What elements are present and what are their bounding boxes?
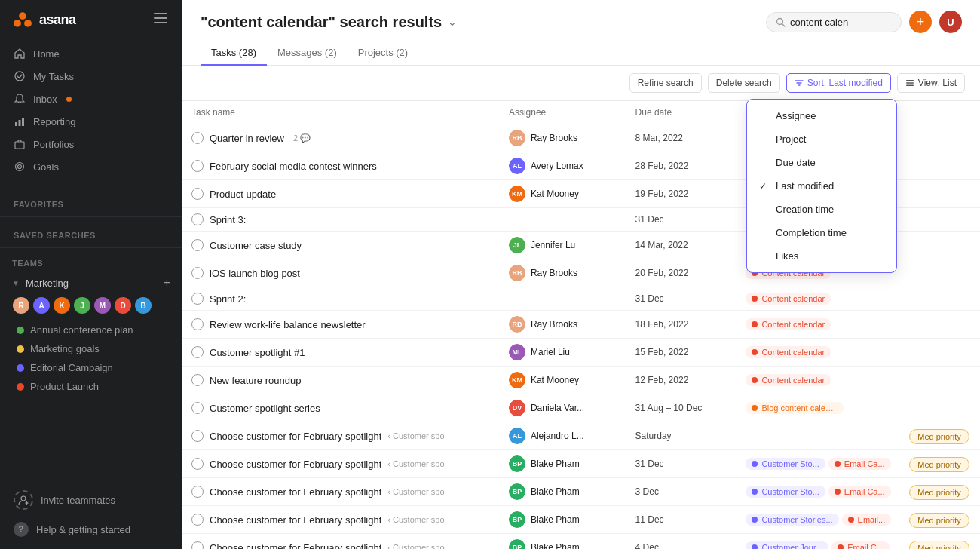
task-name-text[interactable]: Choose customer for February spotlight [210,542,381,550]
task-name-text[interactable]: Customer spotlight series [210,403,320,414]
search-bar[interactable] [766,12,902,32]
project-item-annual[interactable]: Annual conference plan [0,321,182,339]
task-name-text[interactable]: Customer case study [210,240,302,251]
task-completion-circle[interactable] [191,514,204,526]
task-completion-circle[interactable] [191,458,204,470]
priority-badge[interactable]: Med priority [909,429,969,444]
task-name-text[interactable]: Customer spotlight #1 [210,347,305,358]
priority-cell [900,208,980,232]
assignee-name: Blake Pham [531,486,580,497]
assignee-name: Blake Pham [531,459,580,469]
sort-option-due-date[interactable]: Due date [747,151,896,174]
project-badge[interactable]: Content calendar [746,318,831,330]
project-badge[interactable]: Customer Stories... [746,514,838,526]
task-name-text[interactable]: iOS launch blog post [210,268,300,279]
sidebar-item-portfolios[interactable]: Portfolios [6,133,176,155]
sidebar-item-reporting[interactable]: Reporting [6,110,176,133]
refine-search-button[interactable]: Refine search [629,73,702,93]
project-badge[interactable]: Email C... [831,541,890,549]
task-completion-circle[interactable] [191,188,204,200]
invite-teammates-button[interactable]: Invite teammates [6,484,176,516]
help-icon: ? [14,522,29,537]
task-completion-circle[interactable] [191,541,204,549]
project-badge-label: Email C... [847,543,884,549]
project-dot [838,544,844,549]
add-team-button[interactable]: + [164,276,170,290]
project-badge[interactable]: Customer Sto... [746,458,825,470]
team-marketing[interactable]: ▼ Marketing + [0,272,182,293]
sort-option-likes[interactable]: Likes [747,244,896,268]
sort-option-completion-time[interactable]: Completion time [747,221,896,244]
assignee-name: Blake Pham [531,514,580,525]
sidebar-item-inbox[interactable]: Inbox [6,87,176,110]
priority-badge[interactable]: Med priority [909,457,969,472]
task-completion-circle[interactable] [191,293,204,305]
comment-badge[interactable]: 2 💬 [293,133,311,143]
asana-logo[interactable]: asana [12,9,76,30]
task-name-text[interactable]: Quarter in review [210,133,284,144]
project-dot [752,296,758,302]
sort-button[interactable]: Sort: Last modified [786,73,891,93]
project-badge[interactable]: Email Ca... [828,486,891,498]
task-completion-circle[interactable] [191,402,204,414]
project-badge[interactable]: Blog content calendar [746,402,844,414]
project-badge[interactable]: Content calendar [746,293,831,305]
project-badge[interactable]: Email... [842,514,892,526]
task-name-text[interactable]: Sprint 3: [210,214,246,225]
task-completion-circle[interactable] [191,318,204,330]
task-name-text[interactable]: New feature roundup [210,375,301,386]
priority-cell: Med priority [900,506,980,534]
add-button[interactable]: + [909,11,932,33]
project-badge[interactable]: Customer Jour... [746,541,828,549]
task-completion-circle[interactable] [191,374,204,386]
project-badge[interactable]: Content calendar [746,374,831,386]
project-item-marketing-goals[interactable]: Marketing goals [0,339,182,358]
tab-messages[interactable]: Messages (2) [267,41,348,66]
sidebar-item-home[interactable]: Home [6,42,176,65]
priority-badge[interactable]: Med priority [909,513,969,528]
search-input[interactable] [790,17,888,28]
priority-badge[interactable]: Med priority [909,541,969,550]
project-item-product-launch[interactable]: Product Launch [0,377,182,396]
title-chevron-icon[interactable]: ⌄ [448,16,457,28]
project-badge[interactable]: Content calendar [746,346,831,358]
project-badge[interactable]: Email Ca... [828,458,891,470]
sort-option-assignee[interactable]: Assignee [747,104,896,127]
view-button[interactable]: View: List [897,73,965,93]
task-name-text[interactable]: Choose customer for February spotlight [210,431,381,442]
user-avatar[interactable]: U [939,11,962,33]
task-name-text[interactable]: Choose customer for February spotlight [210,459,381,470]
task-completion-circle[interactable] [191,160,204,172]
help-button[interactable]: ? Help & getting started [6,516,176,543]
priority-badge[interactable]: Med priority [909,485,969,500]
sort-option-creation-time[interactable]: Creation time [747,198,896,221]
task-completion-circle[interactable] [191,346,204,358]
project-dot [752,377,758,383]
task-completion-circle[interactable] [191,267,204,279]
sort-option-last-modified[interactable]: ✓ Last modified [747,174,896,198]
task-name-text[interactable]: Review work-life balance newsletter [210,319,366,330]
task-name-text[interactable]: Choose customer for February spotlight [210,514,381,526]
sort-option-project[interactable]: Project [747,127,896,151]
projects-cell: Customer Stories...Email... [746,514,891,526]
task-name-text[interactable]: Choose customer for February spotlight [210,486,381,498]
delete-search-button[interactable]: Delete search [708,73,780,93]
task-completion-circle[interactable] [191,239,204,251]
sidebar-item-goals[interactable]: Goals [6,155,176,178]
divider-2 [0,216,182,217]
task-completion-circle[interactable] [191,213,204,225]
task-completion-circle[interactable] [191,430,204,442]
task-name-text[interactable]: February social media contest winners [210,161,377,172]
tab-projects[interactable]: Projects (2) [348,41,418,66]
tab-tasks[interactable]: Tasks (28) [201,41,267,66]
header-top-row: "content calendar" search results ⌄ + U [201,11,962,33]
sidebar-toggle-button[interactable] [151,10,170,29]
task-completion-circle[interactable] [191,132,204,144]
project-badge[interactable]: Customer Sto... [746,486,825,498]
task-name-text[interactable]: Sprint 2: [210,293,246,305]
task-completion-circle[interactable] [191,486,204,498]
sidebar-item-my-tasks[interactable]: My Tasks [6,65,176,87]
task-name-text[interactable]: Product update [210,189,276,200]
project-item-editorial[interactable]: Editorial Campaign [0,358,182,377]
task-name-cell: Choose customer for February spotlight‹ … [191,541,491,549]
